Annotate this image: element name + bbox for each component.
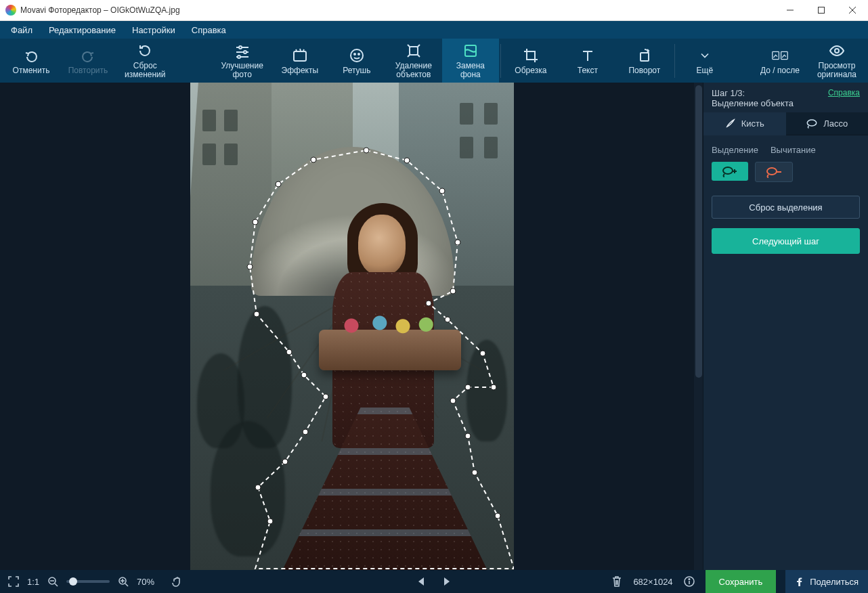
window-minimize-button[interactable] bbox=[775, 0, 806, 20]
zoom-in-button[interactable] bbox=[116, 575, 130, 588]
object-remove-label: Удаление объектов bbox=[395, 62, 432, 79]
svg-point-13 bbox=[358, 53, 360, 55]
sliders-icon bbox=[234, 43, 251, 59]
more-label: Ещё bbox=[697, 66, 714, 75]
selection-add-button[interactable] bbox=[712, 162, 748, 181]
bgswap-icon bbox=[462, 43, 479, 59]
rotate-label: Поворот bbox=[628, 66, 660, 75]
menu-help[interactable]: Справка bbox=[183, 23, 234, 37]
undo-icon bbox=[23, 47, 39, 64]
main-toolbar: Отменить Повторить Сброс изменений bbox=[0, 39, 868, 84]
background-swap-button[interactable]: Замена фона bbox=[442, 39, 499, 83]
fullscreen-button[interactable] bbox=[7, 575, 20, 588]
delete-button[interactable] bbox=[610, 575, 624, 588]
hand-tool-button[interactable] bbox=[171, 575, 184, 588]
object-remove-button[interactable]: Удаление объектов bbox=[385, 39, 442, 83]
tab-lasso-label: Лассо bbox=[823, 118, 848, 129]
tab-lasso[interactable]: Лассо bbox=[786, 112, 869, 135]
redo-label: Повторить bbox=[68, 66, 108, 75]
before-after-label: До / после bbox=[760, 66, 800, 75]
background-swap-label: Замена фона bbox=[456, 62, 485, 79]
erase-icon bbox=[406, 43, 422, 59]
share-button[interactable]: Поделиться bbox=[785, 570, 868, 593]
retouch-button[interactable]: Ретушь bbox=[328, 39, 385, 83]
svg-rect-10 bbox=[294, 51, 306, 61]
compare-icon bbox=[772, 47, 788, 64]
app-logo-icon bbox=[5, 5, 16, 16]
image-dimensions: 682×1024 bbox=[633, 577, 672, 587]
svg-point-47 bbox=[723, 167, 733, 174]
svg-point-9 bbox=[238, 56, 240, 58]
more-button[interactable]: Ещё bbox=[676, 39, 733, 83]
zoom-value: 70% bbox=[137, 577, 154, 587]
face-icon bbox=[349, 47, 365, 64]
tab-brush[interactable]: Кисть bbox=[703, 112, 786, 135]
canvas-area bbox=[0, 83, 703, 570]
zoom-out-button[interactable] bbox=[46, 575, 60, 588]
selection-subtract-button[interactable] bbox=[755, 162, 793, 182]
step-indicator: Шаг 1/3: bbox=[712, 88, 794, 98]
info-button[interactable] bbox=[682, 575, 696, 588]
svg-point-12 bbox=[354, 53, 355, 55]
text-label: Текст bbox=[578, 66, 598, 75]
eye-icon bbox=[829, 43, 845, 59]
chevron-down-icon bbox=[697, 47, 713, 64]
scrollbar-thumb[interactable] bbox=[695, 85, 702, 378]
next-image-button[interactable] bbox=[440, 575, 454, 588]
mode-sub-label: Вычитание bbox=[771, 145, 816, 155]
view-original-button[interactable]: Просмотр оригинала bbox=[808, 39, 865, 83]
window-maximize-button[interactable] bbox=[806, 0, 837, 20]
rotate-icon bbox=[636, 47, 653, 64]
svg-rect-16 bbox=[641, 53, 649, 61]
retouch-label: Ретушь bbox=[343, 66, 370, 75]
undo-button[interactable]: Отменить bbox=[3, 39, 60, 83]
tab-brush-label: Кисть bbox=[741, 118, 764, 129]
svg-point-48 bbox=[767, 168, 777, 175]
save-button[interactable]: Сохранить bbox=[706, 570, 777, 593]
text-icon bbox=[580, 47, 596, 64]
redo-button[interactable]: Повторить bbox=[60, 39, 116, 83]
reset-selection-button[interactable]: Сброс выделения bbox=[712, 196, 860, 219]
before-after-button[interactable]: До / после bbox=[752, 39, 808, 83]
svg-rect-1 bbox=[819, 7, 825, 14]
brush-icon bbox=[725, 118, 736, 129]
menu-settings[interactable]: Настройки bbox=[124, 23, 183, 37]
undo-label: Отменить bbox=[13, 66, 50, 75]
window-title: Movavi Фоторедактор – OIGkOtWuZQA.jpg bbox=[20, 5, 180, 15]
crop-icon bbox=[523, 47, 539, 64]
share-label: Поделиться bbox=[810, 577, 859, 587]
titlebar: Movavi Фоторедактор – OIGkOtWuZQA.jpg bbox=[0, 0, 868, 21]
vertical-scrollbar[interactable] bbox=[694, 83, 703, 570]
panel-help-link[interactable]: Справка bbox=[828, 88, 860, 98]
svg-line-53 bbox=[125, 584, 128, 586]
svg-point-7 bbox=[244, 51, 246, 53]
prev-image-button[interactable] bbox=[414, 575, 428, 588]
text-button[interactable]: Текст bbox=[559, 39, 616, 83]
toolbar-separator bbox=[674, 44, 675, 78]
menu-file[interactable]: Файл bbox=[3, 23, 41, 37]
reset-changes-button[interactable]: Сброс изменений bbox=[116, 39, 173, 83]
enhance-label: Улучшение фото bbox=[221, 62, 263, 79]
side-panel: Шаг 1/3: Выделение объекта Справка Кисть… bbox=[703, 83, 868, 570]
next-step-button[interactable]: Следующий шаг bbox=[712, 228, 860, 254]
effects-button[interactable]: Эффекты bbox=[272, 39, 328, 83]
view-original-label: Просмотр оригинала bbox=[817, 62, 856, 79]
reset-icon bbox=[137, 43, 153, 59]
menu-edit[interactable]: Редактирование bbox=[41, 23, 124, 37]
fit-label[interactable]: 1:1 bbox=[27, 577, 39, 587]
statusbar: 1:1 70% 682×1024 Сохранить bbox=[0, 570, 868, 593]
lasso-icon bbox=[806, 118, 818, 129]
crop-button[interactable]: Обрезка bbox=[502, 39, 559, 83]
image-canvas[interactable] bbox=[190, 83, 514, 570]
svg-rect-14 bbox=[410, 47, 418, 55]
rotate-button[interactable]: Поворот bbox=[616, 39, 673, 83]
svg-line-50 bbox=[55, 584, 58, 586]
svg-point-58 bbox=[689, 579, 690, 580]
sparkle-icon bbox=[292, 47, 308, 64]
menubar: Файл Редактирование Настройки Справка bbox=[0, 21, 868, 39]
window-close-button[interactable] bbox=[837, 0, 868, 20]
mode-add-label: Выделение bbox=[712, 145, 758, 155]
step-subtitle: Выделение объекта bbox=[712, 98, 794, 108]
zoom-slider[interactable] bbox=[66, 580, 110, 583]
enhance-button[interactable]: Улучшение фото bbox=[213, 39, 271, 83]
